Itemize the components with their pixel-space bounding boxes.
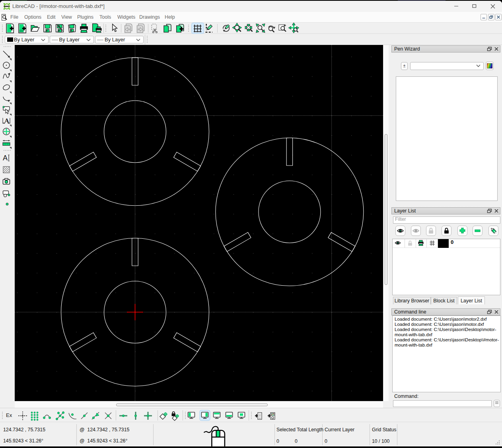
svg-text:A: A — [5, 117, 9, 124]
svg-text:A: A — [3, 154, 8, 162]
